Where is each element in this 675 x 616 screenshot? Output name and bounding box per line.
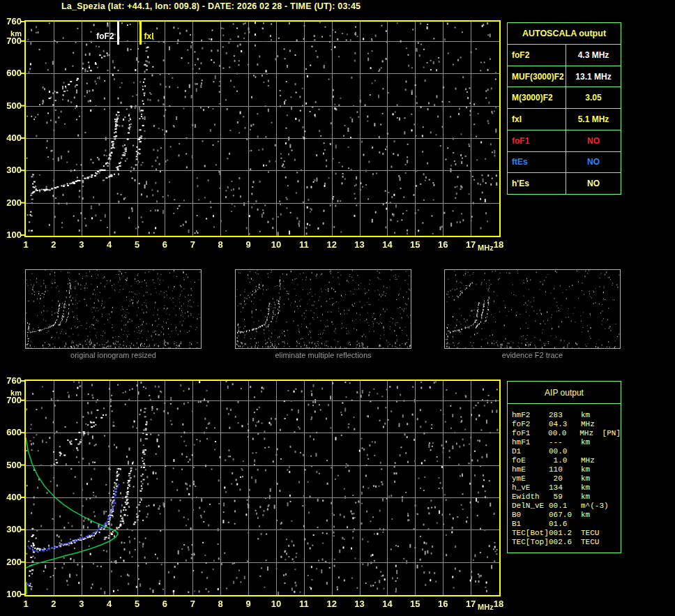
- station-date-title: La_Spezia (lat: +44.1, lon: 009.8) - DAT…: [61, 1, 361, 11]
- x-tick-label: 14: [379, 599, 395, 608]
- thumbnail-caption: evidence F2 trace: [444, 351, 621, 359]
- x-tick-label: 3: [73, 240, 90, 249]
- x-tick-label: 7: [184, 599, 201, 608]
- aip-row: foF100.0MHz[PN]: [512, 429, 621, 438]
- autoscala-row-value: 4.3 MHz: [566, 45, 621, 66]
- thumbnail-canvas-1: [235, 269, 411, 349]
- autoscala-row-label: ftEs: [508, 152, 566, 173]
- x-tick-label: 6: [156, 599, 173, 608]
- x-tick-label: 2: [45, 599, 62, 608]
- aip-row: B0067.0km: [512, 511, 621, 520]
- aip-row-unit: TECU: [581, 538, 604, 547]
- aip-row-label: B0: [512, 511, 549, 520]
- aip-row-unit: km: [581, 474, 604, 483]
- x-tick-label: 3: [73, 599, 90, 608]
- aip-output-table: AIP output hmF2283kmfoF204.3MHzfoF100.0M…: [507, 381, 621, 553]
- x-tick-label: 8: [212, 599, 229, 608]
- aip-row-extra: [604, 438, 621, 447]
- aip-row-unit: TECU: [581, 529, 604, 538]
- thumbnail-canvas-0: [25, 269, 202, 349]
- aip-row-label: h_vE: [512, 483, 549, 493]
- thumbnail-caption: eliminate multiple reflections: [235, 351, 411, 359]
- aip-row-value: 00.0: [549, 447, 581, 456]
- aip-row-label: hmE: [512, 465, 549, 474]
- x-tick-label: 12: [324, 240, 340, 249]
- marker-label-fof2: foF2: [73, 32, 114, 40]
- aip-row-value: 283: [549, 411, 581, 420]
- thumbnail-panel: [25, 269, 202, 349]
- aip-row: hmE110km: [512, 465, 621, 474]
- thumbnail-canvas-2: [444, 269, 621, 349]
- aip-row-extra: [604, 502, 621, 511]
- aip-row-unit: km: [581, 438, 604, 447]
- aip-row-unit: km: [581, 483, 604, 493]
- x-tick-label: 2: [45, 240, 62, 249]
- aip-row-extra: [PN]: [602, 429, 621, 438]
- autoscala-row-label: h'Es: [508, 173, 566, 194]
- aip-row: Ewidth 59km: [512, 493, 621, 502]
- autoscala-row-value: 5.1 MHz: [566, 109, 621, 130]
- aip-table-title: AIP output: [508, 382, 621, 404]
- aip-row-value: 00.1: [549, 502, 581, 511]
- aip-row-label: foE: [512, 456, 549, 465]
- y-tick-label: 500: [0, 460, 22, 469]
- bottom-ionogram-canvas: [20, 377, 503, 602]
- autoscala-output-table: AUTOSCALA output foF24.3 MHzMUF(3000)F21…: [507, 22, 621, 195]
- x-tick-label: 5: [129, 599, 146, 608]
- aip-row-value: 04.3: [549, 420, 581, 429]
- aip-row-extra: [604, 538, 621, 547]
- aip-row: TEC[Top]002.6TECU: [512, 538, 621, 547]
- x-tick-label: 5: [129, 240, 146, 249]
- autoscala-row-label: fxI: [508, 109, 566, 130]
- x-tick-label: 15: [407, 240, 423, 249]
- x-tick-label: 14: [379, 240, 395, 249]
- autoscala-window: La_Spezia (lat: +44.1, lon: 009.8) - DAT…: [0, 0, 675, 616]
- aip-row-label: B1: [512, 520, 549, 529]
- thumbnail-panel: [444, 269, 621, 349]
- aip-row-unit: m^(-3): [581, 502, 604, 511]
- autoscala-row: fxI5.1 MHz: [508, 109, 621, 130]
- aip-row-value: 134: [549, 483, 581, 493]
- aip-row-label: D1: [512, 447, 549, 456]
- autoscala-row-value: 13.1 MHz: [566, 66, 621, 87]
- y-axis-unit-label: km: [0, 389, 22, 398]
- x-tick-label: 7: [184, 240, 201, 249]
- aip-row: foF204.3MHz: [512, 420, 621, 429]
- x-tick-label: 10: [268, 599, 285, 608]
- y-tick-label: 760: [0, 17, 22, 26]
- autoscala-table-body: foF24.3 MHzMUF(3000)F213.1 MHzM(3000)F23…: [508, 45, 621, 194]
- aip-row-value: 002.6: [549, 538, 581, 547]
- marker-label-fxi: fxI: [144, 32, 154, 40]
- y-tick-label: 100: [0, 230, 22, 239]
- autoscala-row-value: NO: [566, 173, 621, 194]
- aip-row-extra: [604, 529, 621, 538]
- autoscala-table-title: AUTOSCALA output: [508, 23, 621, 45]
- y-axis-unit-label: km: [0, 29, 22, 38]
- autoscala-row: h'EsNO: [508, 173, 621, 194]
- x-tick-label: 15: [407, 599, 423, 608]
- x-tick-label: 16: [434, 599, 451, 608]
- autoscala-row-label: foF1: [508, 130, 566, 151]
- aip-row-value: 1.0: [549, 456, 581, 465]
- aip-row: foE 1.0MHz: [512, 456, 621, 465]
- y-tick-label: 100: [0, 589, 22, 599]
- aip-row-value: 001.2: [549, 529, 581, 538]
- top-ionogram-canvas: [20, 18, 503, 243]
- aip-row: D100.0: [512, 447, 621, 456]
- autoscala-row: ftEsNO: [508, 152, 621, 174]
- aip-row-value: ---: [549, 438, 581, 447]
- x-tick-label: 17: [462, 240, 479, 249]
- x-tick-label: 11: [296, 240, 312, 249]
- y-tick-label: 600: [0, 428, 22, 437]
- aip-row: hmF1---km: [512, 438, 621, 447]
- aip-row-extra: [604, 447, 621, 456]
- autoscala-row: foF1NO: [508, 130, 621, 152]
- aip-row-label: foF2: [512, 420, 549, 429]
- aip-row-label: foF1: [512, 429, 548, 438]
- aip-row-unit: MHz: [579, 429, 602, 438]
- aip-row-label: DelN_vE: [512, 502, 549, 511]
- y-tick-label: 200: [0, 557, 22, 566]
- aip-row-label: Ewidth: [512, 493, 549, 502]
- thumbnail-caption: original ionogram resized: [25, 351, 202, 359]
- y-tick-label: 200: [0, 198, 22, 207]
